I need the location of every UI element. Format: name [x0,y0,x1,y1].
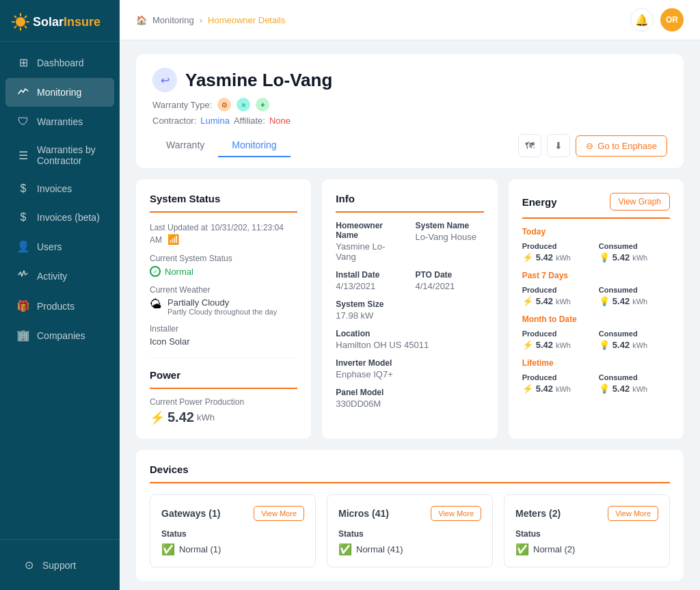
main-content: 🏠 Monitoring › Homeowner Details 🔔 OR ↩ … [120,0,700,590]
topbar-actions: 🔔 OR [630,8,684,31]
device-status-value: ✅ Normal (2) [515,543,658,556]
system-size-label: System Size [336,299,483,309]
lightning-icon: ⚡ [522,296,533,306]
sidebar-item-invoices-beta[interactable]: $ Invoices (beta) [5,204,114,231]
current-status-row: Current System Status ✓ Normal [150,254,297,277]
info-title: Info [336,193,483,213]
sidebar-item-label: Invoices [37,183,72,194]
activity-icon [16,269,30,283]
weather-condition: Partially Cloudy [167,297,277,308]
weather-icon: 🌤 [150,297,162,312]
breadcrumb-parent: Monitoring [152,15,194,25]
affiliate-value: None [269,116,291,126]
view-graph-button[interactable]: View Graph [610,193,670,211]
avatar: ↩ [152,68,177,92]
pto-date-value: 4/14/2021 [415,281,483,291]
breadcrumb-current: Homeowner Details [208,15,285,25]
energy-row: Produced ⚡ 5.42 kWh Consumed 💡 5.42 kWh [522,373,670,394]
bulb-icon: 💡 [599,384,610,394]
info-card: Info Homeowner Name Yasmine Lo-Vang Syst… [322,179,497,439]
tab-warranty[interactable]: Warranty [152,134,218,157]
warranty-badge-2: ≈ [237,98,250,111]
devices-title: Devices [150,464,670,483]
produced-col: Produced ⚡ 5.42 kWh [522,330,593,350]
sidebar-item-dashboard[interactable]: ⊞ Dashboard [5,49,114,77]
energy-period-label: Lifetime [522,358,670,368]
inverter-model-label: Inverter Model [336,358,483,368]
consumed-value: 💡 5.42 kWh [599,384,670,394]
system-size-item: System Size 17.98 kW [336,299,483,321]
power-production-label: Current Power Production [150,397,297,407]
warranty-type-row: Warranty Type: ⊙ ≈ + [152,98,667,111]
top-cards-grid: System Status Last Updated at 10/31/202,… [136,179,684,439]
devices-section: Devices Gateways (1) View More Status ✅ … [136,450,684,581]
contractor-link[interactable]: Lumina [200,116,230,126]
lightning-icon: ⚡ [522,340,533,350]
power-unit: kWh [197,412,215,423]
sidebar-item-companies[interactable]: 🏢 Companies [5,321,114,349]
home-icon: 🏠 [136,15,147,25]
dashboard-icon: ⊞ [16,56,30,69]
energy-row: Produced ⚡ 5.42 kWh Consumed 💡 5.42 kWh [522,330,670,350]
install-date-item: Install Date 4/13/2021 [336,270,404,291]
sidebar-item-label: Products [37,301,75,312]
check-circle-icon: ✅ [515,543,529,556]
user-avatar[interactable]: OR [660,8,684,31]
sidebar-item-activity[interactable]: Activity [5,262,114,291]
device-name: Gateways (1) [161,508,220,519]
tab-monitoring[interactable]: Monitoring [218,134,290,157]
device-status-label: Status [515,529,658,539]
sidebar-item-users[interactable]: 👤 Users [5,232,114,260]
device-card: Gateways (1) View More Status ✅ Normal (… [150,494,316,567]
invoices-beta-icon: $ [16,211,30,224]
produced-col: Produced ⚡ 5.42 kWh [522,286,593,306]
sidebar-item-warranties-by-contractor[interactable]: ☰ Warranties by Contractor [5,137,114,174]
info-grid: Homeowner Name Yasmine Lo-Vang System Na… [336,221,483,409]
consumed-value: 💡 5.42 kWh [599,340,670,350]
monitoring-icon [16,85,30,99]
produced-value: ⚡ 5.42 kWh [522,384,593,394]
svg-line-5 [15,16,16,18]
view-more-button[interactable]: View More [431,506,481,521]
download-button[interactable]: ⬇ [547,134,570,157]
device-card-header: Gateways (1) View More [161,506,304,521]
users-icon: 👤 [16,240,30,253]
notifications-button[interactable]: 🔔 [630,8,654,31]
view-more-button[interactable]: View More [608,506,658,521]
wifi-icon: 📶 [167,234,179,245]
weather-description: Partly Cloudy throughout the day [167,308,277,316]
view-more-button[interactable]: View More [254,506,304,521]
installer-row: Installer Icon Solar [150,324,297,347]
sidebar-item-products[interactable]: 🎁 Products [5,292,114,320]
location-value: Hamilton OH US 45011 [336,340,483,350]
energy-periods: Today Produced ⚡ 5.42 kWh Consumed 💡 5.4… [522,227,670,394]
sidebar-item-label: Monitoring [37,87,81,98]
install-date-label: Install Date [336,270,404,280]
homeowner-name-item: Homeowner Name Yasmine Lo-Vang [336,221,404,262]
location-item: Location Hamilton OH US 45011 [336,329,483,350]
affiliate-label: Affiliate: [234,116,265,126]
go-to-enphase-button[interactable]: ⊖ Go to Enphase [576,135,667,157]
current-status-label: Current System Status [150,254,297,263]
power-title: Power [150,369,297,389]
homeowner-name: Yasmine Lo-Vang [185,70,332,91]
support-icon: ⊙ [22,559,36,572]
consumed-col: Consumed 💡 5.42 kWh [599,373,670,394]
sidebar-item-label: Activity [37,271,67,282]
sidebar-item-support[interactable]: ⊙ Support [11,551,109,579]
lightning-icon: ⚡ [522,252,533,263]
consumed-col: Consumed 💡 5.42 kWh [599,242,670,263]
warranty-type-label: Warranty Type: [152,100,212,110]
map-button[interactable]: 🗺 [518,134,541,157]
installer-label: Installer [150,324,297,334]
produced-label: Produced [522,330,593,338]
sidebar-item-monitoring[interactable]: Monitoring [5,78,114,107]
topbar: 🏠 Monitoring › Homeowner Details 🔔 OR [120,0,700,40]
system-size-value: 17.98 kW [336,310,483,321]
svg-line-7 [25,16,27,18]
sidebar-item-warranties[interactable]: 🛡 Warranties [5,108,114,135]
svg-point-0 [16,17,25,27]
sidebar-item-invoices[interactable]: $ Invoices [5,175,114,202]
system-name-item: System Name Lo-Vang House [415,221,483,262]
panel-model-value: 330DD06M [336,399,483,409]
